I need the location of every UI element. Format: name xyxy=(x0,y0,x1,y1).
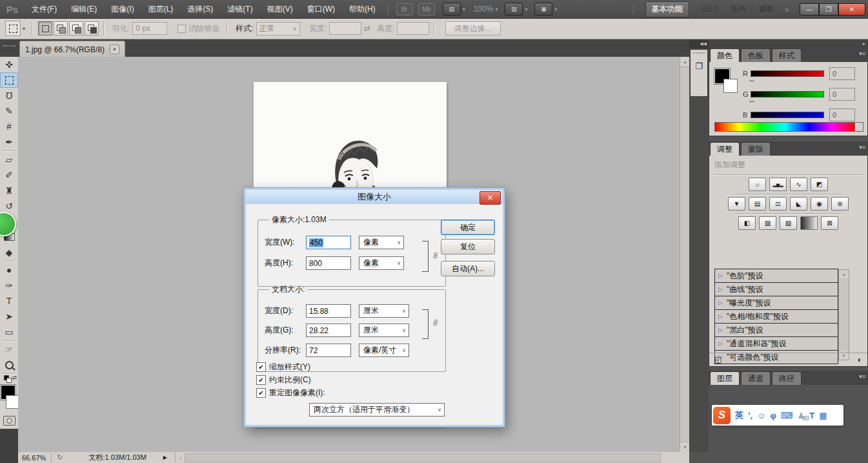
tab-color[interactable]: 颜色 xyxy=(710,48,740,62)
pixel-width-input[interactable]: 450 xyxy=(306,236,351,249)
workspace-painting[interactable]: 绘画 xyxy=(731,4,746,15)
scroll-up-icon[interactable]: ▴ xyxy=(680,57,690,67)
menu-image[interactable]: 图像(I) xyxy=(104,0,141,18)
tab-masks[interactable]: 蒙版 xyxy=(741,142,771,156)
lasso-tool[interactable]: ℧ xyxy=(0,88,18,103)
red-value-input[interactable]: 0 xyxy=(829,67,855,80)
zoom-level-control[interactable]: 100% xyxy=(474,5,494,14)
tab-styles[interactable]: 样式 xyxy=(772,48,802,62)
background-color-swatch[interactable] xyxy=(723,79,738,93)
quick-selection-tool[interactable]: ✎ xyxy=(0,103,18,119)
current-tool-icon[interactable] xyxy=(5,21,21,36)
scale-styles-checkbox[interactable]: ✔ xyxy=(256,362,266,372)
style-select[interactable]: 正常∨ xyxy=(256,22,300,36)
scroll-up-icon[interactable]: ▴ xyxy=(839,270,849,278)
arrange-documents-icon[interactable]: ▥ xyxy=(505,3,523,15)
tab-layers[interactable]: 图层 xyxy=(710,371,740,385)
blur-tool[interactable]: ◆ xyxy=(0,245,18,260)
rectangular-marquee-tool[interactable] xyxy=(0,72,18,88)
zoom-tool[interactable] xyxy=(0,357,18,373)
color-balance-icon[interactable]: ⚖ xyxy=(769,197,787,211)
reset-button[interactable]: 复位 xyxy=(441,239,495,254)
slider-thumb[interactable] xyxy=(749,98,754,101)
bridge-button[interactable]: Br xyxy=(396,3,413,15)
preset-black-white[interactable]: ▷"黑白"预设 xyxy=(714,323,838,337)
slider-thumb[interactable] xyxy=(749,77,754,81)
document-tab[interactable]: 1.jpg @ 66.7%(RGB/8) ✕ xyxy=(19,41,125,57)
dialog-title[interactable]: 图像大小 xyxy=(246,190,503,204)
view-extras-icon[interactable]: ▤ xyxy=(443,3,461,15)
canvas-horizontal-scrollbar[interactable] xyxy=(185,453,661,462)
doc-width-unit-select[interactable]: 厘米∨ xyxy=(359,304,409,318)
spot-healing-brush-tool[interactable]: ▱ xyxy=(0,152,18,167)
emoji-icon[interactable]: ☺ xyxy=(757,411,765,420)
exposure-icon[interactable]: ◩ xyxy=(811,178,828,191)
blue-value-input[interactable]: 0 xyxy=(829,108,855,121)
canvas-vertical-scrollbar[interactable]: ▴ ▾ xyxy=(680,57,690,452)
selection-mode-new-button[interactable] xyxy=(38,21,52,36)
pen-tool[interactable]: ✑ xyxy=(0,278,18,293)
channel-mixer-icon[interactable]: ⊚ xyxy=(831,197,849,211)
resolution-unit-select[interactable]: 像素/英寸∨ xyxy=(359,344,409,357)
keyboard-icon[interactable]: ⌨ xyxy=(781,411,793,420)
clone-stamp-tool[interactable]: ♜ xyxy=(0,183,18,198)
green-value-input[interactable]: 0 xyxy=(829,88,855,101)
feather-input[interactable]: 0 px xyxy=(132,22,167,35)
chevron-down-icon[interactable]: ▾ xyxy=(495,6,498,12)
rectangle-tool[interactable]: ▭ xyxy=(0,324,18,340)
panel-menu-icon[interactable]: ▾≡ xyxy=(859,373,865,380)
swap-dimensions-icon[interactable]: ⇄ xyxy=(364,24,370,33)
threshold-icon[interactable]: ▧ xyxy=(780,216,797,230)
vibrance-icon[interactable]: ▼ xyxy=(728,197,745,211)
chevron-down-icon[interactable]: ▾ xyxy=(554,6,557,12)
hscroll-left-icon[interactable]: ‹ xyxy=(175,453,182,462)
gradient-map-icon[interactable] xyxy=(800,216,818,230)
selection-mode-intersect-button[interactable] xyxy=(85,21,99,36)
color-spectrum-ramp[interactable] xyxy=(714,122,855,132)
selection-mode-subtract-button[interactable] xyxy=(69,21,83,36)
default-swap-colors[interactable]: ⇄ xyxy=(0,375,18,384)
menu-grid-icon[interactable]: ▦ xyxy=(819,411,827,420)
tab-adjustments[interactable]: 调整 xyxy=(710,142,740,156)
chevron-down-icon[interactable]: ▾ xyxy=(525,6,527,12)
selection-mode-add-button[interactable] xyxy=(54,21,68,36)
mic-icon[interactable]: φ xyxy=(771,411,776,420)
menu-edit[interactable]: 编辑(E) xyxy=(64,0,104,18)
panel-grip[interactable] xyxy=(693,52,705,54)
clip-to-layer-icon[interactable]: ◐ xyxy=(858,355,862,364)
toolbar-grip[interactable] xyxy=(3,45,15,46)
minibridge-button[interactable]: Mb xyxy=(418,3,435,15)
antialias-checkbox[interactable] xyxy=(177,25,186,33)
resample-method-select[interactable]: 两次立方（适用于平滑渐变） ∨ xyxy=(309,403,445,417)
doc-height-unit-select[interactable]: 厘米∨ xyxy=(359,324,409,337)
pixel-width-unit-select[interactable]: 像素∨ xyxy=(359,236,404,249)
background-color-swatch[interactable] xyxy=(6,395,19,409)
tab-close-icon[interactable]: ✕ xyxy=(110,45,119,54)
menu-help[interactable]: 帮助(H) xyxy=(342,0,383,18)
constrain-proportions-checkbox[interactable]: ✔ xyxy=(256,375,266,385)
restore-button[interactable]: ❐ xyxy=(819,3,838,15)
sogou-logo[interactable]: S xyxy=(713,407,731,424)
dodge-tool[interactable]: ● xyxy=(0,262,18,278)
spectrum-bw-end[interactable] xyxy=(854,122,863,132)
selective-color-icon[interactable]: ⊠ xyxy=(821,216,838,230)
expand-dock-arrows[interactable]: ◀◀ xyxy=(689,39,709,48)
skin-icon[interactable]: T xyxy=(809,411,814,420)
quick-mask-button[interactable] xyxy=(0,413,18,427)
expand-arrow-icon[interactable]: ▷ xyxy=(718,327,723,333)
height-input[interactable] xyxy=(397,22,429,35)
crop-tool[interactable]: # xyxy=(0,119,18,134)
minimize-button[interactable]: — xyxy=(800,3,819,15)
refine-edge-button[interactable]: 调整边缘… xyxy=(445,21,501,36)
chevron-down-icon[interactable]: ▾ xyxy=(463,6,465,12)
green-slider[interactable] xyxy=(751,91,824,98)
expand-arrow-icon[interactable]: ▷ xyxy=(718,340,723,347)
expand-arrow-icon[interactable]: ▷ xyxy=(718,286,723,293)
curves-icon[interactable]: ∿ xyxy=(790,178,807,191)
close-button[interactable]: ✕ xyxy=(838,3,865,15)
brightness-contrast-icon[interactable]: ☼ xyxy=(749,178,766,191)
menu-file[interactable]: 文件(F) xyxy=(25,0,64,18)
resolution-input[interactable]: 72 xyxy=(306,344,351,357)
expand-arrow-icon[interactable]: ▷ xyxy=(718,300,723,306)
pixel-height-unit-select[interactable]: 像素∨ xyxy=(359,256,404,270)
